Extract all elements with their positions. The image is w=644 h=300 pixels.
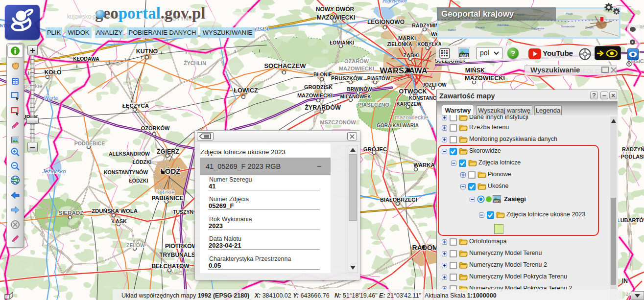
svg-text:OZORKÓW: OZORKÓW — [141, 125, 170, 131]
svg-text:SOCHACZEW: SOCHACZEW — [264, 62, 306, 69]
svg-text:PODDĘBICE: PODDĘBICE — [74, 140, 105, 146]
svg-text:ZĄBKI: ZĄBKI — [403, 52, 420, 58]
svg-text:ALEKSANDRÓW: ALEKSANDRÓW — [109, 151, 150, 157]
svg-text:GRÓJEC: GRÓJEC — [363, 146, 387, 152]
svg-text:PIASTÓW: PIASTÓW — [367, 75, 390, 81]
svg-text:ŁOWICZ: ŁOWICZ — [234, 87, 258, 94]
svg-text:Kalisz: Kalisz — [448, 28, 456, 31]
svg-text:BEŁCHATÓW: BEŁCHATÓW — [151, 262, 190, 270]
svg-text:Sieradz: Sieradz — [475, 26, 485, 29]
svg-text:KOŁO: KOŁO — [45, 69, 62, 76]
svg-text:MAZOWIECKI: MAZOWIECKI — [297, 92, 333, 98]
svg-text:ZGIERZ: ZGIERZ — [157, 148, 179, 155]
svg-text:BŁONIE: BŁONIE — [313, 72, 332, 77]
svg-text:JÓZEFÓW: JÓZEFÓW — [422, 82, 447, 88]
svg-text:WARSZAWA: WARSZAWA — [380, 66, 427, 75]
svg-text:SIERADZ: SIERADZ — [59, 210, 83, 216]
svg-text:PRUSZKÓW: PRUSZKÓW — [331, 75, 363, 81]
svg-text:KONSTANTYNÓW: KONSTANTYNÓW — [104, 169, 148, 175]
svg-text:ZDUŃSKA WOLA: ZDUŃSKA WOLA — [92, 208, 138, 214]
svg-text:ŁASK: ŁASK — [112, 218, 127, 224]
svg-text:MAZOWIECKI: MAZOWIECKI — [465, 75, 505, 82]
svg-text:WMS: WMS — [460, 54, 468, 57]
svg-text:MARKI: MARKI — [398, 35, 416, 41]
svg-text:ŻYRARDÓW: ŻYRARDÓW — [305, 104, 341, 111]
svg-text:Tomaszów: Tomaszów — [561, 25, 575, 28]
svg-text:LEGIONOWO: LEGIONOWO — [367, 19, 405, 25]
svg-text:IN: IN — [622, 277, 628, 284]
svg-text:OŻARÓW: OŻARÓW — [344, 58, 369, 64]
svg-text:Warta: Warta — [44, 95, 58, 101]
svg-text:Pabianice: Pabianice — [531, 27, 545, 30]
svg-text:OTWOCK: OTWOCK — [399, 88, 427, 95]
svg-text:Jeziorsko: Jeziorsko — [42, 168, 66, 174]
svg-text:MILANÓWEK: MILANÓWEK — [340, 93, 372, 99]
svg-text:PODLASKI: PODLASKI — [621, 154, 644, 160]
svg-text:ŻYCHLIN: ŻYCHLIN — [184, 60, 206, 66]
svg-text:ŁÓDZKI: ŁÓDZKI — [132, 159, 151, 165]
svg-text:MAZOWIECKI: MAZOWIECKI — [317, 14, 356, 21]
svg-text:RADZYMIN: RADZYMIN — [412, 23, 439, 28]
svg-text:PIASECZNO: PIASECZNO — [358, 102, 390, 108]
svg-text:WARKA: WARKA — [413, 162, 434, 168]
svg-text:GÓRA KALWARIA: GÓRA KALWARIA — [377, 122, 419, 128]
svg-text:ZIELONKA: ZIELONKA — [387, 42, 412, 47]
svg-text:mazowieckie: mazowieckie — [395, 114, 429, 121]
svg-text:KUTNO: KUTNO — [136, 48, 158, 55]
svg-text:WISŁA: WISŁA — [252, 26, 269, 32]
svg-text:MIŃSK: MIŃSK — [465, 67, 485, 74]
svg-text:KŁODAWA: KŁODAWA — [73, 56, 99, 62]
svg-text:PABIANICE: PABIANICE — [151, 195, 183, 202]
svg-text:zegrzyńskie: zegrzyńskie — [382, 0, 407, 3]
svg-text:Płock: Płock — [566, 12, 573, 15]
svg-text:NOWY DWÓR: NOWY DWÓR — [316, 5, 355, 13]
svg-text:PIOTRKÓW: PIOTRKÓW — [165, 242, 198, 250]
svg-text:GRODZISK: GRODZISK — [304, 84, 333, 90]
svg-text:ŁĘCZYCA: ŁĘCZYCA — [122, 103, 149, 109]
svg-text:Zduńska: Zduńska — [497, 23, 509, 26]
svg-text:BRWINÓW: BRWINÓW — [347, 86, 372, 92]
svg-text:LUBARTÓW: LUBARTÓW — [617, 217, 644, 223]
svg-text:BIAŁOBRZEGI: BIAŁOBRZEGI — [380, 197, 417, 203]
svg-text:ZELÓW: ZELÓW — [126, 242, 145, 248]
svg-text:MSZCZONÓW: MSZCZONÓW — [320, 119, 356, 125]
svg-text:RADOM: RADOM — [412, 244, 438, 252]
svg-text:TUSZYN: TUSZYN — [173, 209, 193, 215]
svg-text:RADZYŃ: RADZYŃ — [622, 146, 644, 152]
svg-text:ŁOMIANKI: ŁOMIANKI — [330, 40, 354, 46]
svg-text:MAZOWIECKI: MAZOWIECKI — [339, 66, 374, 71]
svg-text:ŁÓDZKI: ŁÓDZKI — [129, 178, 148, 184]
svg-text:KARCZEW: KARCZEW — [396, 101, 422, 107]
